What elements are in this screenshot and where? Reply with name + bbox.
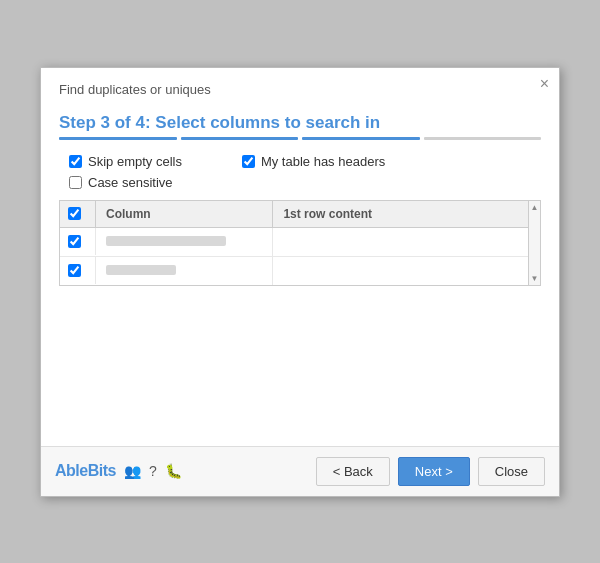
close-button[interactable]: Close [478, 457, 545, 486]
row-2-col-blur [106, 265, 176, 275]
step-description: Select columns to search in [155, 113, 380, 132]
help-icon[interactable]: ? [149, 463, 157, 479]
step-number: Step 3 of 4: [59, 113, 151, 132]
step-indicator [59, 133, 541, 140]
step-header: Step 3 of 4: Select columns to search in [41, 107, 559, 133]
row-1-content [273, 235, 528, 249]
table-has-headers-checkbox[interactable] [242, 155, 255, 168]
table-row [60, 228, 528, 257]
row-2-checkbox[interactable] [68, 264, 81, 277]
options-row-2: Case sensitive [69, 175, 531, 190]
columns-table-container: Column 1st row content [59, 200, 541, 286]
next-button[interactable]: Next > [398, 457, 470, 486]
footer-buttons: < Back Next > Close [316, 457, 545, 486]
dialog-footer: AbleBits 👥 ? 🐛 < Back Next > Close [41, 446, 559, 496]
back-button[interactable]: < Back [316, 457, 390, 486]
case-sensitive-option[interactable]: Case sensitive [69, 175, 173, 190]
close-icon[interactable]: × [540, 76, 549, 92]
table-header-check [60, 201, 96, 227]
dialog-title: Find duplicates or uniques [41, 68, 559, 107]
table-row [60, 257, 528, 285]
step-text: Step 3 of 4: Select columns to search in [59, 113, 541, 133]
scroll-down-icon[interactable]: ▼ [531, 274, 539, 283]
row-2-col [96, 257, 273, 285]
options-section: Skip empty cells My table has headers Ca… [41, 140, 559, 200]
users-icon[interactable]: 👥 [124, 463, 141, 479]
row-2-check[interactable] [60, 257, 96, 284]
find-duplicates-dialog: × Find duplicates or uniques Step 3 of 4… [40, 67, 560, 497]
row-1-col-blur [106, 236, 226, 246]
column-header: Column [96, 201, 273, 227]
table-has-headers-label: My table has headers [261, 154, 385, 169]
skip-empty-cells-option[interactable]: Skip empty cells [69, 154, 182, 169]
scrollbar[interactable]: ▲ ▼ [528, 201, 540, 285]
columns-table: Column 1st row content [60, 201, 528, 285]
brand-part2: Bits [88, 462, 116, 479]
skip-empty-cells-label: Skip empty cells [88, 154, 182, 169]
table-has-headers-option[interactable]: My table has headers [242, 154, 385, 169]
row-1-check[interactable] [60, 228, 96, 255]
row-2-content [273, 264, 528, 278]
brand-logo: AbleBits [55, 462, 116, 480]
scroll-up-icon[interactable]: ▲ [531, 203, 539, 212]
case-sensitive-label: Case sensitive [88, 175, 173, 190]
skip-empty-cells-checkbox[interactable] [69, 155, 82, 168]
brand-part1: Able [55, 462, 88, 479]
select-all-checkbox[interactable] [68, 207, 81, 220]
content-header: 1st row content [273, 201, 528, 227]
table-header: Column 1st row content [60, 201, 528, 228]
options-row-1: Skip empty cells My table has headers [69, 154, 531, 169]
bug-icon[interactable]: 🐛 [165, 463, 182, 479]
footer-icons: 👥 ? 🐛 [124, 463, 182, 479]
row-1-col [96, 228, 273, 256]
case-sensitive-checkbox[interactable] [69, 176, 82, 189]
table-body [60, 228, 528, 285]
row-1-checkbox[interactable] [68, 235, 81, 248]
